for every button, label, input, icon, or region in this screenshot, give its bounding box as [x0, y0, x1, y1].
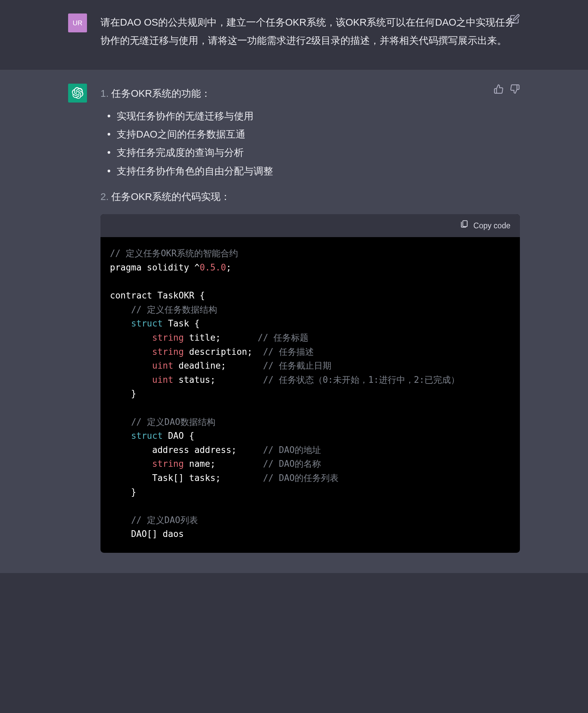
- bullet-text: 支持任务协作角色的自由分配与调整: [117, 163, 273, 179]
- user-message-content: 请在DAO OS的公共规则中，建立一个任务OKR系统，该OKR系统可以在任何DA…: [101, 14, 520, 49]
- copy-code-label: Copy code: [474, 220, 510, 232]
- user-avatar: UR: [68, 14, 87, 33]
- svg-rect-0: [463, 221, 467, 226]
- bullet-dot: •: [107, 108, 111, 124]
- bullet-text: 支持DAO之间的任务数据互通: [117, 126, 246, 142]
- section-1-number: 1.: [101, 88, 109, 99]
- assistant-message-row: 1.任务OKR系统的功能： •实现任务协作的无缝迁移与使用 •支持DAO之间的任…: [0, 70, 588, 573]
- thumbs-up-icon[interactable]: [493, 84, 504, 94]
- code-content[interactable]: // 定义任务OKR系统的智能合约 pragma solidity ^0.5.0…: [101, 237, 520, 552]
- bullet-item: •支持DAO之间的任务数据互通: [107, 126, 520, 142]
- user-actions: [510, 14, 520, 24]
- assistant-avatar: [68, 84, 87, 103]
- section-2-number: 2.: [101, 191, 109, 202]
- section-1-heading: 1.任务OKR系统的功能：: [101, 86, 520, 101]
- assistant-message-inner: 1.任务OKR系统的功能： •实现任务协作的无缝迁移与使用 •支持DAO之间的任…: [58, 70, 530, 573]
- user-avatar-text: UR: [73, 18, 83, 28]
- section-1-title: 任务OKR系统的功能：: [111, 88, 211, 99]
- bullet-item: •实现任务协作的无缝迁移与使用: [107, 108, 520, 124]
- bullet-item: •支持任务协作角色的自由分配与调整: [107, 163, 520, 179]
- bullet-dot: •: [107, 163, 111, 179]
- edit-icon[interactable]: [510, 14, 520, 24]
- code-header: Copy code: [101, 214, 520, 238]
- bullet-item: •支持任务完成度的查询与分析: [107, 145, 520, 160]
- user-message-inner: UR 请在DAO OS的公共规则中，建立一个任务OKR系统，该OKR系统可以在任…: [58, 0, 530, 70]
- section-2-title: 任务OKR系统的代码实现：: [111, 191, 230, 202]
- user-message-row: UR 请在DAO OS的公共规则中，建立一个任务OKR系统，该OKR系统可以在任…: [0, 0, 588, 70]
- assistant-actions: [493, 84, 520, 94]
- code-block: Copy code // 定义任务OKR系统的智能合约 pragma solid…: [101, 214, 520, 553]
- clipboard-icon: [460, 220, 469, 232]
- bullet-dot: •: [107, 145, 111, 160]
- copy-code-button[interactable]: Copy code: [460, 220, 510, 232]
- bullet-list: •实现任务协作的无缝迁移与使用 •支持DAO之间的任务数据互通 •支持任务完成度…: [107, 108, 520, 179]
- bullet-text: 支持任务完成度的查询与分析: [117, 145, 244, 160]
- bullet-dot: •: [107, 126, 111, 142]
- thumbs-down-icon[interactable]: [510, 84, 520, 94]
- user-message-text: 请在DAO OS的公共规则中，建立一个任务OKR系统，该OKR系统可以在任何DA…: [101, 17, 515, 46]
- section-2-heading: 2.任务OKR系统的代码实现：: [101, 189, 520, 204]
- assistant-message-content: 1.任务OKR系统的功能： •实现任务协作的无缝迁移与使用 •支持DAO之间的任…: [101, 84, 520, 553]
- bullet-text: 实现任务协作的无缝迁移与使用: [117, 108, 254, 124]
